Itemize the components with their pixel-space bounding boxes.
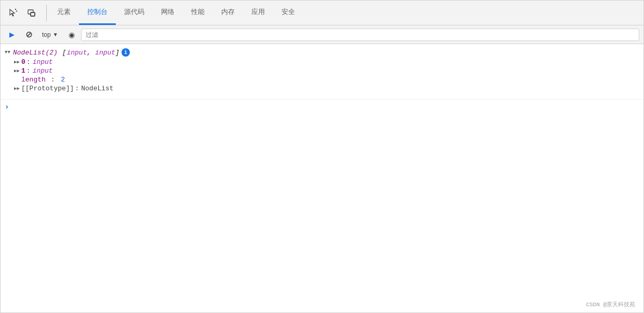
- info-icon[interactable]: i: [122, 48, 130, 57]
- nodelist-class-label: NodeList(2): [13, 49, 58, 57]
- eye-btn[interactable]: ◉: [64, 28, 79, 42]
- svg-rect-1: [16, 10, 18, 12]
- prop1-expand-arrow[interactable]: ▶: [14, 68, 20, 74]
- tab-console[interactable]: 控制台: [79, 1, 116, 25]
- proto-value: NodeList: [81, 85, 113, 92]
- play-icon: ▶: [9, 31, 15, 38]
- tab-toolbar: 元素 控制台 源代码 网络 性能 内存 应用 安全: [1, 1, 643, 25]
- bracket-open-bracket: [: [62, 49, 66, 57]
- tab-performance[interactable]: 性能: [183, 1, 213, 25]
- nodelist-input1[interactable]: input: [66, 49, 87, 57]
- bracket-open: [58, 49, 62, 57]
- length-value: 2: [61, 76, 65, 84]
- length-key: length: [21, 76, 46, 84]
- prop0-colon: :: [26, 58, 31, 66]
- watermark: CSDN @景天科技苑: [586, 301, 635, 308]
- block-icon: ⊘: [25, 30, 32, 39]
- proto-expand-arrow[interactable]: ▶: [14, 86, 20, 91]
- svg-rect-3: [31, 12, 35, 16]
- nodelist-input2[interactable]: input: [95, 49, 115, 57]
- prompt-chevron-icon[interactable]: ›: [5, 103, 9, 111]
- tab-list: 元素 控制台 源代码 网络 性能 内存 应用 安全: [49, 1, 303, 25]
- tab-memory[interactable]: 内存: [213, 1, 243, 25]
- length-colon: :: [51, 76, 55, 84]
- prop0-value[interactable]: input: [33, 58, 53, 66]
- svg-rect-0: [15, 9, 16, 10]
- devtools-window: 元素 控制台 源代码 网络 性能 内存 应用 安全: [0, 0, 644, 313]
- prop0-expand-arrow[interactable]: ▶: [14, 59, 20, 65]
- proto-key: [[Prototype]]: [21, 85, 74, 92]
- clear-btn[interactable]: ⊘: [21, 28, 36, 42]
- prop0-index: 0: [21, 58, 25, 66]
- prop1-index: 1: [21, 67, 25, 75]
- context-selector[interactable]: top ▼: [38, 30, 62, 40]
- execute-btn[interactable]: ▶: [5, 28, 19, 42]
- length-line: length : 2: [1, 75, 643, 84]
- comma-separator: ,: [87, 49, 95, 57]
- toolbar-icons-group: [5, 5, 47, 21]
- property-line-0: ▶ 0 : input: [1, 58, 643, 66]
- console-toolbar: ▶ ⊘ top ▼ ◉: [1, 25, 643, 44]
- tab-sources[interactable]: 源代码: [116, 1, 153, 25]
- property-line-1: ▶ 1 : input: [1, 66, 643, 75]
- dropdown-arrow-icon: ▼: [53, 32, 58, 37]
- cursor-icon-btn[interactable]: [5, 5, 21, 21]
- nodelist-header: ▼ NodeList(2) [ input , input ] i: [1, 46, 643, 58]
- context-label: top: [42, 31, 51, 38]
- device-toolbar-btn[interactable]: [23, 5, 40, 21]
- tab-elements[interactable]: 元素: [49, 1, 79, 25]
- tab-network[interactable]: 网络: [153, 1, 183, 25]
- prototype-line: ▶ [[Prototype]] : NodeList: [1, 84, 643, 93]
- tab-application[interactable]: 应用: [243, 1, 273, 25]
- console-input-line: ›: [1, 99, 643, 114]
- nodelist-expand-arrow[interactable]: ▼: [5, 50, 10, 55]
- prop1-value[interactable]: input: [33, 67, 53, 75]
- eye-icon: ◉: [69, 31, 75, 39]
- proto-colon: :: [75, 85, 79, 92]
- filter-input[interactable]: [81, 29, 639, 41]
- tab-security[interactable]: 安全: [273, 1, 303, 25]
- prop1-colon: :: [26, 67, 31, 75]
- bracket-close-bracket: ]: [115, 49, 119, 57]
- console-output-area: ▼ NodeList(2) [ input , input ] i ▶ 0 : …: [1, 44, 643, 312]
